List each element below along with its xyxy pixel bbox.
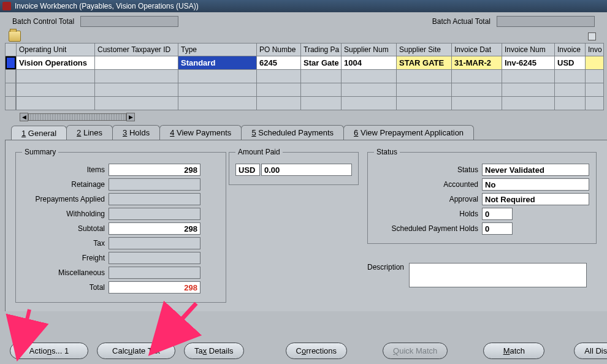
summary-fieldset: Summary Items Retainage Prepayments Appl… bbox=[15, 148, 226, 303]
batch-row: Batch Control Total Batch Actual Total bbox=[0, 12, 607, 28]
invoice-row-blank[interactable] bbox=[6, 70, 604, 83]
cell-type[interactable] bbox=[178, 56, 256, 69]
misc-field[interactable] bbox=[109, 267, 200, 279]
folder-toolbar bbox=[0, 28, 607, 43]
description-label: Description bbox=[367, 263, 404, 287]
tax-field[interactable] bbox=[109, 237, 200, 249]
grid-checkbox[interactable] bbox=[588, 32, 596, 40]
summary-legend: Summary bbox=[22, 148, 58, 156]
scroll-left-icon[interactable]: ◀ bbox=[20, 113, 28, 121]
grid-horizontal-scrollbar[interactable]: ◀ ▶ bbox=[20, 113, 602, 121]
batch-control-label: Batch Control Total bbox=[12, 17, 74, 26]
cell-invoice-tail[interactable] bbox=[586, 56, 603, 69]
quick-match-button: Quick Match bbox=[383, 343, 448, 359]
scheduled-payment-holds-field[interactable] bbox=[482, 222, 513, 235]
corrections-button[interactable]: Corrections bbox=[286, 343, 347, 359]
batch-control-value bbox=[80, 16, 178, 27]
tab-scheduled-payments[interactable]: 5 Scheduled Payments bbox=[241, 125, 344, 140]
tab-holds[interactable]: 3 Holds bbox=[112, 125, 160, 140]
retainage-field[interactable] bbox=[109, 178, 200, 191]
approval-field[interactable] bbox=[482, 193, 589, 205]
row-selector[interactable] bbox=[6, 56, 16, 69]
total-field[interactable] bbox=[109, 281, 200, 294]
tab-general[interactable]: 1 General bbox=[11, 126, 67, 140]
prepayments-field[interactable] bbox=[109, 193, 200, 205]
subtotal-field[interactable] bbox=[109, 222, 200, 235]
scroll-track[interactable] bbox=[28, 113, 126, 121]
invoice-row-1[interactable] bbox=[6, 56, 604, 70]
batch-actual-value bbox=[497, 16, 595, 27]
status-field[interactable] bbox=[482, 164, 589, 176]
description-field[interactable] bbox=[409, 263, 587, 287]
col-trading-partner[interactable]: Trading Pa bbox=[301, 44, 342, 56]
accounted-field[interactable] bbox=[482, 178, 589, 191]
col-supplier-num[interactable]: Supplier Num bbox=[342, 44, 397, 56]
all-distributions-button[interactable]: All Distributions bbox=[574, 343, 607, 359]
svg-line-0 bbox=[22, 309, 29, 340]
invoice-grid: Operating Unit Customer Taxpayer ID Type… bbox=[5, 43, 602, 110]
cell-supplier-num[interactable] bbox=[342, 56, 396, 69]
description-block: Description bbox=[367, 263, 587, 287]
col-operating-unit[interactable]: Operating Unit bbox=[17, 44, 95, 56]
window-title: Invoice Workbench (Payables, Vision Oper… bbox=[15, 2, 199, 10]
invoice-row-blank[interactable] bbox=[6, 83, 604, 97]
amount-value[interactable] bbox=[261, 164, 352, 176]
tab-lines[interactable]: 2 Lines bbox=[66, 125, 113, 140]
items-field[interactable] bbox=[109, 164, 200, 176]
cell-po-number[interactable] bbox=[257, 56, 300, 69]
cell-operating-unit[interactable] bbox=[17, 56, 94, 69]
cell-customer-taxpayer[interactable] bbox=[95, 56, 178, 69]
amount-currency[interactable] bbox=[235, 164, 260, 176]
folder-open-icon[interactable] bbox=[9, 31, 21, 42]
button-bar: Actions... 1 Calculate Tax Tax Details C… bbox=[0, 343, 607, 359]
col-supplier-site[interactable]: Supplier Site bbox=[397, 44, 452, 56]
tabstrip: 1 General 2 Lines 3 Holds 4 View Payment… bbox=[0, 125, 607, 140]
col-type[interactable]: Type bbox=[178, 44, 257, 56]
tab-view-prepayment[interactable]: 6 View Prepayment Application bbox=[343, 125, 474, 140]
window-titlebar: Invoice Workbench (Payables, Vision Oper… bbox=[0, 0, 607, 12]
actions-button[interactable]: Actions... 1 bbox=[10, 343, 88, 359]
amount-paid-fieldset: Amount Paid bbox=[229, 148, 359, 185]
holds-field[interactable] bbox=[482, 208, 513, 220]
calculate-tax-button[interactable]: Calculate Tax bbox=[97, 343, 175, 359]
grid-header-row: Operating Unit Customer Taxpayer ID Type… bbox=[6, 44, 604, 56]
col-invoice-tail[interactable]: Invo bbox=[586, 44, 604, 56]
col-po-number[interactable]: PO Numbe bbox=[257, 44, 301, 56]
col-invoice-curr[interactable]: Invoice bbox=[555, 44, 586, 56]
amount-paid-legend: Amount Paid bbox=[235, 148, 283, 156]
cell-supplier-site[interactable] bbox=[397, 56, 451, 69]
withholding-field[interactable] bbox=[109, 208, 200, 220]
invoice-row-blank[interactable] bbox=[6, 97, 604, 110]
status-legend: Status bbox=[374, 148, 400, 156]
cell-invoice-date[interactable] bbox=[452, 56, 502, 69]
cell-trading-partner[interactable] bbox=[301, 56, 341, 69]
tab-view-payments[interactable]: 4 View Payments bbox=[159, 125, 242, 140]
scroll-right-icon[interactable]: ▶ bbox=[126, 113, 135, 121]
tax-details-button[interactable]: Tax Details bbox=[184, 343, 244, 359]
status-fieldset: Status Status Accounted Approval Holds S… bbox=[367, 148, 597, 244]
cell-invoice-curr[interactable] bbox=[555, 56, 585, 69]
col-customer-taxpayer[interactable]: Customer Taxpayer ID bbox=[95, 44, 178, 56]
batch-actual-label: Batch Actual Total bbox=[432, 17, 491, 26]
match-button[interactable]: Match bbox=[483, 343, 544, 359]
col-invoice-date[interactable]: Invoice Dat bbox=[452, 44, 502, 56]
cell-invoice-num[interactable] bbox=[502, 56, 554, 69]
freight-field[interactable] bbox=[109, 252, 200, 264]
general-panel: Summary Items Retainage Prepayments Appl… bbox=[5, 140, 607, 311]
col-invoice-num[interactable]: Invoice Num bbox=[502, 44, 555, 56]
